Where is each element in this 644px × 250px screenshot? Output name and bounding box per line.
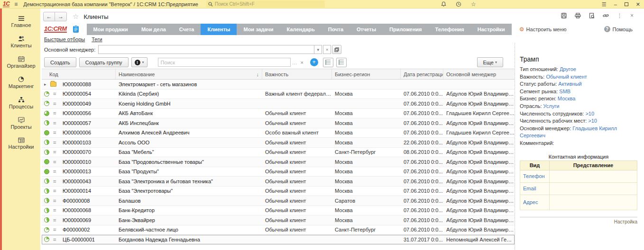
contact-kind-link[interactable]: Адрес: [520, 195, 550, 210]
link-icon[interactable]: [603, 13, 609, 18]
preview-icon[interactable]: [589, 13, 595, 18]
more-button[interactable]: Еще ▾: [477, 57, 503, 67]
global-search-input[interactable]: [215, 1, 314, 7]
view-tree-button[interactable]: [336, 58, 347, 67]
forward-button[interactable]: →: [55, 12, 66, 21]
table-row[interactable]: =Ю00000013База "Продукты"Обычный клиентМ…: [42, 167, 515, 177]
table-row[interactable]: =Ю00000103Ассоль ООООбычный клиентМосква…: [42, 138, 515, 148]
list-search-input[interactable]: [158, 58, 291, 67]
bell-icon[interactable]: [441, 1, 446, 7]
column-header-code[interactable]: Код: [42, 69, 116, 79]
panel-settings-link[interactable]: Настройка: [520, 219, 637, 224]
field-value[interactable]: Обычный клиент: [546, 74, 587, 80]
row-icons: =: [42, 101, 60, 107]
column-header-region[interactable]: Бизнес-регион: [332, 69, 401, 79]
cell-importance: Обычный клиент: [262, 159, 332, 165]
main-menu-icon[interactable]: ≡: [14, 1, 18, 8]
menu-lines-icon[interactable]: ☰: [602, 0, 607, 9]
table-row[interactable]: =Ю00000010База "Продовольственные товары…: [42, 157, 515, 167]
table-row[interactable]: =Ф00000002Белявский-частное лицоОбычный …: [42, 225, 515, 235]
table-row[interactable]: =Ю00000069Банк-ЭквайрерОбычный клиентМос…: [42, 215, 515, 225]
contact-kind-link[interactable]: Email: [520, 182, 550, 195]
search-options-icon[interactable]: …: [292, 60, 297, 65]
tab-Мои дела[interactable]: Мои дела: [135, 24, 173, 35]
field-value[interactable]: SMB: [559, 89, 570, 94]
column-header-manager[interactable]: Основной менеджер: [443, 69, 515, 79]
sidebar-item-Процессы[interactable]: Процессы: [2, 93, 40, 114]
table-row[interactable]: =Ю00000006Алхимов Алексей АндреевичОсобо…: [42, 128, 515, 138]
help-button[interactable]: ? Помощь: [604, 26, 633, 32]
quick-filters-link[interactable]: Быстрые отборы: [44, 36, 85, 42]
tab-Телефония[interactable]: Телефония: [429, 24, 471, 35]
field-value[interactable]: Услуги: [543, 103, 560, 109]
table-row[interactable]: =Ф00000008БалашовОбычный клиентСаратов07…: [42, 196, 515, 206]
field-value[interactable]: Москва: [558, 96, 576, 101]
table-row[interactable]: ▸Ю00000088Электромаркет - сеть магазинов: [42, 80, 515, 89]
table-row[interactable]: =Ю00000070База "Мебель"Обычный клиентСан…: [42, 148, 515, 158]
sidebar-item-Настройки[interactable]: Настройки: [2, 134, 40, 154]
cell-importance: Обычный клиент: [262, 140, 332, 145]
sidebar-item-Клиенты[interactable]: Клиенты: [2, 32, 40, 53]
manager-filter-input[interactable]: [98, 45, 314, 54]
tab-Приложения[interactable]: Приложения: [383, 24, 428, 35]
clipboard-icon[interactable]: [73, 25, 79, 33]
field-value[interactable]: Активный: [558, 81, 581, 87]
table-row[interactable]: =Ю00000014База "Электротовары"Обычный кл…: [42, 187, 515, 196]
expand-arrow-icon[interactable]: ▸: [44, 82, 46, 87]
back-button[interactable]: ←: [44, 12, 55, 21]
add-button[interactable]: +: [310, 58, 318, 66]
table-row[interactable]: =Ю00000054Kikinda (Сербия)Важный клиент …: [42, 89, 515, 99]
page-star-icon[interactable]: ☆: [73, 12, 79, 21]
search-clear-icon[interactable]: ×: [299, 60, 305, 65]
contact-value[interactable]: [550, 182, 637, 195]
table-row[interactable]: =ЦБ-00000001Богданова Надежда Геннадьевн…: [42, 235, 515, 245]
create-button[interactable]: Создать: [44, 57, 76, 67]
contact-value[interactable]: [550, 195, 637, 210]
cell-name: АКБ Инспецбанк: [116, 120, 262, 126]
column-header-date[interactable]: Дата регистрации: [401, 69, 443, 79]
configure-menu-button[interactable]: ⚙ Настроить меню: [519, 26, 567, 33]
close-icon[interactable]: ✕: [636, 0, 640, 9]
favorites-star-icon[interactable]: ☆: [471, 1, 476, 8]
manager-dropdown-icon[interactable]: ▾: [314, 45, 322, 54]
global-search[interactable]: [206, 0, 325, 8]
field-value[interactable]: >10: [588, 118, 597, 124]
sidebar-item-Маркетинг[interactable]: Маркетинг: [2, 73, 40, 93]
tab-Настройки[interactable]: Настройки: [471, 24, 512, 35]
table-row[interactable]: =Ю00000049Koenig Holding GmbH07.06.2010 …: [42, 99, 515, 109]
table-row[interactable]: =Ю00000057АКБ ИнспецбанкОбычный клиентМо…: [42, 118, 515, 128]
sidebar-item-Проекты[interactable]: Проекты: [2, 114, 40, 134]
importance-filter-button[interactable]: ! ▾: [131, 57, 147, 67]
restore-icon[interactable]: [625, 0, 628, 9]
tab-Мои продажи[interactable]: Мои продажи: [87, 24, 135, 35]
print-icon[interactable]: [575, 13, 581, 18]
tab-Отчеты[interactable]: Отчеты: [350, 24, 383, 35]
tab-Клиенты[interactable]: Клиенты: [201, 24, 237, 35]
minimize-icon[interactable]: –: [614, 0, 617, 9]
save-icon[interactable]: [561, 13, 567, 18]
column-header-name[interactable]: Наименование↓: [116, 69, 262, 79]
tags-link[interactable]: Теги: [92, 36, 102, 42]
tab-Почта[interactable]: Почта: [322, 24, 350, 35]
kebab-icon[interactable]: ⋮: [617, 13, 622, 19]
clients-table: Код Наименование↓ Важность Бизнес-регион…: [42, 69, 515, 250]
tab-Календарь[interactable]: Календарь: [280, 24, 322, 35]
close-form-icon[interactable]: ×: [630, 12, 634, 19]
create-group-button[interactable]: Создать группу: [79, 57, 129, 67]
table-row[interactable]: =Ю00000068Банк-КредиторОбычный клиентМос…: [42, 206, 515, 216]
column-header-importance[interactable]: Важность: [262, 69, 332, 79]
history-icon[interactable]: [456, 1, 461, 7]
contact-kind-link[interactable]: Телефон: [520, 170, 550, 182]
tab-Мои задачи[interactable]: Мои задачи: [237, 24, 280, 35]
tab-Счета[interactable]: Счета: [173, 24, 201, 35]
table-row[interactable]: =Ю00000043База "Электроника и бытовая те…: [42, 177, 515, 187]
sidebar-item-Органайзер[interactable]: Органайзер: [2, 53, 40, 73]
manager-clear-icon[interactable]: ×: [323, 45, 331, 54]
field-value[interactable]: Другое: [560, 66, 576, 72]
view-list-button[interactable]: [323, 58, 333, 67]
manager-open-icon[interactable]: [332, 45, 341, 54]
table-row[interactable]: =Ю00000056АКБ АвтоБанкОбычный клиентМоск…: [42, 109, 515, 119]
field-value[interactable]: >10: [585, 111, 594, 116]
contact-value[interactable]: [550, 170, 637, 182]
sidebar-item-Главное[interactable]: Главное: [2, 12, 40, 32]
